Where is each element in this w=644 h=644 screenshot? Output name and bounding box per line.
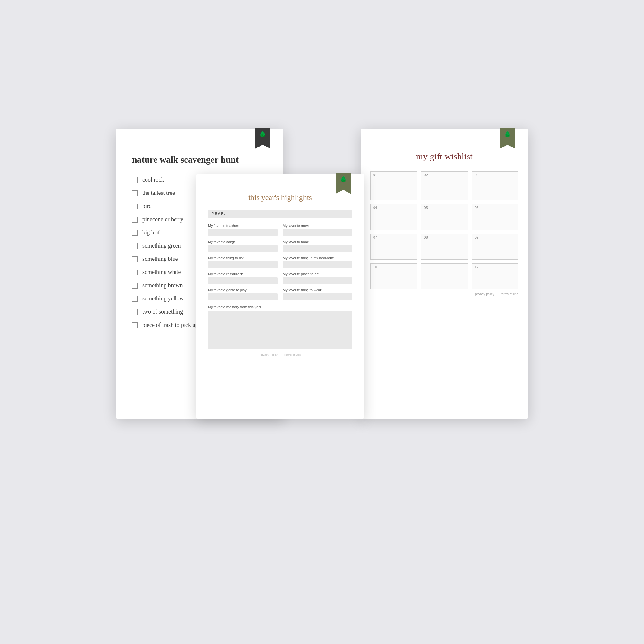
wishlist-grid: 01 02 03 04 05 06 07 08 [370, 171, 518, 289]
field-wear: My favorite thing to wear: [283, 288, 352, 300]
input-food[interactable] [283, 245, 352, 252]
checkbox-5[interactable] [132, 230, 138, 236]
highlights-footer: Privacy Policy Terms of Use [208, 353, 352, 356]
field-place: My favorite place to go: [283, 272, 352, 284]
input-wear[interactable] [283, 293, 352, 300]
memory-label: My favorite memory from this year: [208, 305, 352, 309]
label-bedroom: My favorite thing in my bedroom: [283, 256, 352, 260]
highlights-bookmark: 🌲 [336, 173, 351, 194]
label-wear: My favorite thing to wear: [283, 288, 352, 292]
field-movie: My favorite movie: [283, 224, 352, 236]
wishlist-card: 🌲 my gift wishlist 01 02 03 04 05 06 0 [361, 129, 528, 419]
wish-slot-11: 11 [421, 263, 468, 289]
field-game: My favorite game to play: [208, 288, 278, 300]
checkbox-1[interactable] [132, 177, 138, 183]
memory-section: My favorite memory from this year: [208, 305, 352, 349]
footer-privacy: privacy policy [475, 292, 494, 296]
label-game: My favorite game to play: [208, 288, 278, 292]
field-restaurant: My favorite restaurant: [208, 272, 278, 284]
wish-slot-9: 09 [472, 234, 518, 260]
label-place: My favorite place to go: [283, 272, 352, 276]
checkbox-8[interactable] [132, 270, 138, 275]
item-label: something blue [142, 256, 178, 262]
item-label: something brown [142, 282, 183, 289]
wish-slot-5: 05 [421, 204, 468, 230]
tree-icon-highlights: 🌲 [340, 176, 347, 194]
memory-input[interactable] [208, 311, 352, 349]
wish-slot-12: 12 [472, 263, 518, 289]
year-field[interactable]: YEAR: [208, 210, 352, 218]
wishlist-bookmark: 🌲 [500, 128, 515, 149]
wish-slot-6: 06 [472, 204, 518, 230]
checkbox-2[interactable] [132, 190, 138, 196]
wishlist-title: my gift wishlist [370, 151, 518, 162]
checkbox-3[interactable] [132, 204, 138, 209]
item-label: bird [142, 203, 152, 210]
wish-slot-1: 01 [370, 171, 417, 200]
input-bedroom[interactable] [283, 261, 352, 268]
wish-slot-10: 10 [370, 263, 417, 289]
wish-slot-2: 02 [421, 171, 468, 200]
checkbox-10[interactable] [132, 296, 138, 302]
field-food: My favorite food: [283, 240, 352, 252]
label-todo: My favorite thing to do: [208, 256, 278, 260]
item-label: two of something [142, 308, 183, 315]
item-label: something green [142, 242, 181, 249]
label-teacher: My favorite teacher: [208, 224, 278, 228]
footer-terms-highlights: Terms of Use [284, 353, 301, 356]
field-song: My favorite song: [208, 240, 278, 252]
highlights-title: this year's highlights [208, 193, 352, 202]
checkbox-7[interactable] [132, 256, 138, 262]
input-movie[interactable] [283, 229, 352, 236]
tree-icon-scavenger: 🌲 [259, 131, 266, 149]
tree-icon-wishlist: 🌲 [504, 131, 511, 149]
footer-privacy-highlights: Privacy Policy [259, 353, 277, 356]
label-food: My favorite food: [283, 240, 352, 244]
checkbox-4[interactable] [132, 217, 138, 223]
checkbox-9[interactable] [132, 283, 138, 289]
highlights-card: 🌲 this year's highlights YEAR: My favori… [196, 174, 364, 419]
label-restaurant: My favorite restaurant: [208, 272, 278, 276]
item-label: the tallest tree [142, 190, 175, 196]
item-label: something white [142, 269, 181, 276]
input-restaurant[interactable] [208, 277, 278, 284]
input-teacher[interactable] [208, 229, 278, 236]
input-todo[interactable] [208, 261, 278, 268]
input-place[interactable] [283, 277, 352, 284]
field-todo: My favorite thing to do: [208, 256, 278, 268]
label-song: My favorite song: [208, 240, 278, 244]
input-game[interactable] [208, 293, 278, 300]
field-teacher: My favorite teacher: [208, 224, 278, 236]
checkbox-6[interactable] [132, 243, 138, 249]
item-label: big leaf [142, 229, 160, 236]
wish-slot-3: 03 [472, 171, 518, 200]
item-label: cool rock [142, 176, 164, 183]
scavenger-title: nature walk scavenger hunt [132, 155, 270, 165]
wishlist-footer: privacy policy terms of use [370, 292, 518, 296]
scavenger-bookmark: 🌲 [255, 128, 270, 149]
input-song[interactable] [208, 245, 278, 252]
field-bedroom: My favorite thing in my bedroom: [283, 256, 352, 268]
label-movie: My favorite movie: [283, 224, 352, 228]
checkbox-12[interactable] [132, 322, 138, 328]
item-label: pinecone or berry [142, 216, 183, 223]
scene: 🌲 nature walk scavenger hunt cool rock t… [97, 97, 547, 547]
footer-terms: terms of use [501, 292, 518, 296]
wish-slot-4: 04 [370, 204, 417, 230]
item-label: something yellow [142, 295, 184, 302]
wish-slot-7: 07 [370, 234, 417, 260]
wish-slot-8: 08 [421, 234, 468, 260]
checkbox-11[interactable] [132, 309, 138, 315]
highlights-grid: My favorite teacher: My favorite movie: … [208, 224, 352, 300]
